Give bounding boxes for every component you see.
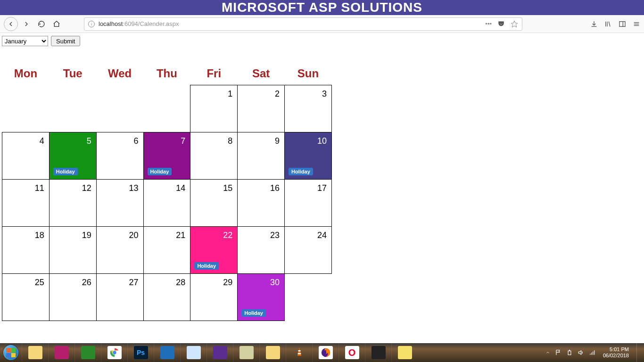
calendar-cell[interactable]: 2 [238,85,285,132]
url-bar[interactable]: i localhost:6094/Calender.aspx ••• [84,17,522,31]
pocket-icon[interactable] [497,20,505,28]
calendar-cell[interactable]: 17 [285,180,332,227]
menu-icon[interactable] [633,20,640,28]
sticky-notes-icon [398,346,412,359]
day-number: 14 [149,183,186,193]
taskbar-app-opera[interactable]: O [339,343,365,362]
day-number: 6 [101,136,139,146]
back-button[interactable] [4,17,18,31]
vlc-icon [292,346,306,359]
taskbar-app-heidi-sql[interactable] [48,343,74,362]
taskbar-app-chrome[interactable] [101,343,127,362]
calendar-cell[interactable]: 6 [96,132,143,180]
taskbar-app-notepad[interactable] [180,343,206,362]
viewer-icon [81,346,95,359]
calendar-cell[interactable]: 19 [49,227,96,274]
clock-time: 5:01 PM [603,346,629,353]
explorer2-icon [266,346,280,359]
calendar-cell[interactable]: 26 [49,274,96,321]
calendar-cell[interactable]: 30Holiday [238,274,285,321]
taskbar-app-terminal[interactable] [365,343,391,362]
weekday-header: Tue [49,64,96,85]
day-number: 22 [195,230,232,240]
power-icon[interactable] [566,349,573,356]
calendar-cell[interactable]: 18 [2,227,50,274]
clock[interactable]: 5:01 PM 06/02/2018 [600,346,632,359]
calendar-cell[interactable]: 5Holiday [49,132,96,180]
calendar-cell[interactable]: 28 [143,274,190,321]
taskbar: PsO 5:01 PM 06/02/2018 [0,343,644,362]
holiday-badge: Holiday [289,168,313,175]
calendar-cell[interactable]: 25 [2,274,50,321]
taskbar-app-visual-studio[interactable] [206,343,233,362]
taskbar-app-explorer2[interactable] [259,343,286,362]
taskbar-app-viewer[interactable] [74,343,101,362]
calendar-cell[interactable]: 8 [190,132,238,180]
taskbar-app-photoshop[interactable]: Ps [127,343,154,362]
calendar-cell[interactable]: 22Holiday [190,227,238,274]
calendar-cell[interactable]: 9 [238,132,285,180]
day-number: 18 [7,230,44,240]
calendar-cell[interactable]: 24 [285,227,332,274]
calendar-cell[interactable]: 7Holiday [143,132,190,180]
calendar-header-row: MonTueWedThuFriSatSun [2,64,332,85]
calendar-cell[interactable]: 11 [2,180,50,227]
day-number: 30 [242,278,280,288]
submit-button[interactable]: Submit [51,36,80,46]
more-icon[interactable]: ••• [485,20,492,27]
day-number: 4 [7,136,44,146]
site-info-icon[interactable]: i [88,21,95,27]
calendar-cell[interactable]: 13 [96,180,143,227]
day-number: 7 [149,136,186,146]
calendar-cell[interactable]: 27 [96,274,143,321]
taskbar-app-file-explorer[interactable] [22,343,48,362]
calendar-row: 11121314151617 [2,180,332,227]
home-button[interactable] [50,17,63,31]
calendar-cell [2,85,50,132]
weekday-header: Sat [238,64,285,85]
calendar-cell [49,85,96,132]
calendar-cell[interactable]: 21 [143,227,190,274]
forward-button[interactable] [20,17,33,31]
weekday-header: Mon [2,64,50,85]
calendar-cell[interactable]: 10Holiday [285,132,332,180]
day-number: 2 [242,89,280,99]
month-select[interactable]: January [2,36,48,46]
svg-rect-9 [298,350,300,352]
weekday-header: Wed [96,64,143,85]
calendar-cell[interactable]: 20 [96,227,143,274]
day-number: 21 [149,230,186,240]
downloads-icon[interactable] [590,20,598,28]
calendar-cell[interactable]: 4 [2,132,50,180]
urlbar-right-icons: ••• [485,20,518,28]
calendar-cell[interactable]: 14 [143,180,190,227]
calendar-cell[interactable]: 23 [238,227,285,274]
network-icon[interactable] [589,349,595,356]
calendar-cell[interactable]: 3 [285,85,332,132]
taskbar-app-sticky-notes[interactable] [391,343,418,362]
flag-icon[interactable] [555,349,561,356]
tray-arrow-icon[interactable] [545,350,550,355]
day-number: 20 [101,230,139,240]
volume-icon[interactable] [578,349,584,356]
library-icon[interactable] [604,20,612,28]
taskbar-app-vlc[interactable] [286,343,312,362]
calendar-cell[interactable]: 1 [190,85,238,132]
day-number: 24 [289,230,327,240]
calendar-cell[interactable]: 16 [238,180,285,227]
show-desktop-button[interactable] [636,343,641,362]
calendar-cell[interactable]: 15 [190,180,238,227]
reload-button[interactable] [35,17,48,31]
taskbar-app-vscode[interactable] [154,343,180,362]
start-button[interactable] [0,343,22,362]
taskbar-app-firefox[interactable] [312,343,339,362]
calendar-cell[interactable]: 12 [49,180,96,227]
calendar-cell [96,85,143,132]
calendar-cell[interactable]: 29 [190,274,238,321]
sidebar-icon[interactable] [619,20,626,28]
photoshop-icon: Ps [134,346,148,359]
calendar-cell [143,85,190,132]
day-number: 28 [149,278,186,288]
star-icon[interactable] [511,20,518,28]
taskbar-app-putty[interactable] [233,343,259,362]
